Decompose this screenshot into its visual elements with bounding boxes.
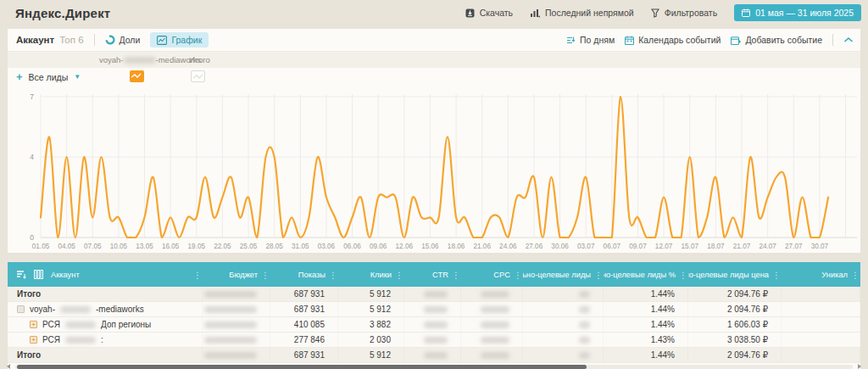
redacted-value: [579, 321, 590, 328]
redacted-value: [481, 306, 509, 313]
cell-clicks: 2 030: [338, 333, 404, 347]
cell-unique_leads_pct: 1.44%: [604, 302, 688, 316]
column-header-account[interactable]: Аккаунт⋮: [8, 262, 203, 287]
svg-text:22.05: 22.05: [214, 243, 231, 250]
redacted-value: [481, 321, 509, 328]
top-bar: Яндекс.Директ Скачать Последний непрямой…: [0, 0, 868, 27]
cell-ctr: [404, 348, 461, 362]
cell-extra: [782, 302, 860, 316]
chart-area[interactable]: 01.0504.0507.0510.0513.0516.0519.0522.05…: [8, 87, 860, 254]
column-menu-icon[interactable]: ⋮: [772, 270, 781, 279]
column-header-budget[interactable]: Бюджет⋮: [203, 262, 270, 287]
add-event-button[interactable]: Добавить событие: [731, 35, 822, 45]
cell-unique_leads_price: 2 094.76 ₽: [688, 302, 782, 316]
column-menu-icon[interactable]: ⋮: [594, 270, 603, 279]
table-row[interactable]: +РСЯДоп регионы410 0853 8821.44%1 606.03…: [8, 317, 860, 333]
funnel-icon: [651, 8, 659, 18]
collapse-chevron-up[interactable]: [843, 36, 854, 43]
cell-extra: [782, 287, 860, 301]
horizontal-scrollbar[interactable]: [7, 364, 861, 369]
column-header-extra[interactable]: Уникал⋮: [782, 262, 860, 287]
graph-tab[interactable]: График: [150, 32, 209, 48]
cell-unique_leads: [523, 302, 604, 316]
cell-unique_leads_price: 2 094.76 ₽: [688, 348, 782, 362]
expand-row-icon[interactable]: +: [30, 321, 37, 328]
redacted-value: [424, 306, 448, 313]
date-range-button[interactable]: 01 мая — 31 июля 2025: [734, 4, 861, 21]
redacted-text: [65, 321, 96, 328]
cell-extra: [782, 333, 860, 347]
column-label: Уникал: [821, 271, 848, 279]
calendar-icon: [625, 36, 634, 45]
series-line: [41, 97, 828, 238]
column-header-ctr[interactable]: CTR⋮: [404, 262, 461, 287]
column-menu-icon[interactable]: ⋮: [329, 270, 337, 279]
series-toggle-total[interactable]: [191, 70, 205, 82]
columns-icon[interactable]: [34, 270, 43, 279]
column-menu-icon[interactable]: ⋮: [679, 270, 687, 279]
table-row[interactable]: Итого687 9315 9121.44%2 094.76 ₽: [8, 287, 860, 302]
column-header-unique_leads_price[interactable]: Уникально-целевые лиды цена⋮: [688, 262, 782, 287]
cell-unique_leads_pct: 1.44%: [604, 287, 688, 301]
scroll-right-arrow[interactable]: [858, 364, 861, 369]
table-row[interactable]: Итого687 9315 9121.44%2 094.76 ₽: [8, 348, 860, 363]
cell-unique_leads: [523, 333, 604, 347]
column-header-impressions[interactable]: Показы⋮: [270, 262, 338, 287]
scrollbar-thumb[interactable]: [17, 365, 587, 369]
redacted-value: [424, 291, 448, 298]
attribution-button[interactable]: Последний непрямой: [530, 8, 634, 18]
scrollbar-track[interactable]: [15, 365, 853, 369]
divider: [94, 34, 95, 46]
sort-rows-icon[interactable]: [16, 270, 26, 279]
svg-text:15.06: 15.06: [421, 243, 439, 250]
cell-budget: [203, 348, 270, 362]
add-metric-icon[interactable]: +: [16, 71, 23, 82]
chevron-down-icon[interactable]: ▼: [74, 73, 81, 81]
redacted-text: [60, 306, 91, 313]
shares-tab[interactable]: Доли: [105, 35, 141, 45]
legend-account-column[interactable]: voyah--mediaworks: [99, 55, 201, 64]
column-label: CPC: [493, 271, 510, 279]
cell-account: +РСЯ:: [8, 333, 203, 347]
cell-budget: [203, 302, 270, 316]
column-menu-icon[interactable]: ⋮: [261, 270, 270, 279]
svg-text:28.05: 28.05: [265, 243, 283, 250]
cell-impressions: 277 846: [270, 333, 338, 347]
svg-text:31.05: 31.05: [292, 243, 309, 250]
column-menu-icon[interactable]: ⋮: [193, 270, 202, 279]
column-menu-icon[interactable]: ⋮: [452, 270, 460, 279]
cell-impressions: 687 931: [270, 287, 338, 301]
column-menu-icon[interactable]: ⋮: [514, 270, 522, 279]
filter-button[interactable]: Фильтровать: [651, 8, 717, 18]
svg-text:03.07: 03.07: [577, 243, 595, 250]
column-header-clicks[interactable]: Клики⋮: [338, 262, 404, 287]
cell-cpc: [461, 302, 523, 316]
metric-label: Все лиды: [29, 72, 69, 82]
cell-cpc: [461, 333, 523, 347]
scroll-left-arrow[interactable]: [7, 364, 10, 369]
column-label: Бюджет: [229, 271, 258, 279]
download-button[interactable]: Скачать: [465, 8, 513, 18]
cell-clicks: 3 882: [338, 317, 404, 332]
granularity-icon: [566, 36, 576, 45]
table-row[interactable]: voyah--mediaworks687 9315 9121.44%2 094.…: [8, 302, 860, 317]
by-days-button[interactable]: По дням: [566, 35, 615, 45]
row-checkbox[interactable]: [17, 305, 25, 313]
column-header-unique_leads_pct[interactable]: Уникально-целевые лиды %⋮: [604, 262, 688, 287]
series-toggle-account[interactable]: [130, 70, 144, 82]
legend-total-column[interactable]: Итого: [189, 55, 210, 64]
cell-unique_leads_price: 1 606.03 ₽: [688, 317, 782, 332]
svg-text:19.05: 19.05: [188, 243, 206, 250]
events-calendar-button[interactable]: Календарь событий: [625, 35, 721, 45]
table-row[interactable]: +РСЯ:277 8462 0301.43%3 038.50 ₽: [8, 333, 860, 348]
svg-text:0: 0: [30, 233, 34, 242]
row-label: РСЯ: [42, 320, 60, 329]
column-menu-icon[interactable]: ⋮: [851, 270, 860, 279]
column-menu-icon[interactable]: ⋮: [395, 270, 403, 279]
column-header-cpc[interactable]: CPC⋮: [461, 262, 523, 287]
cell-unique_leads_pct: 1.43%: [604, 333, 688, 347]
cell-clicks: 5 912: [338, 348, 404, 362]
cell-cpc: [461, 287, 523, 301]
column-header-unique_leads[interactable]: Уникально-целевые лиды⋮: [523, 262, 604, 287]
expand-row-icon[interactable]: +: [30, 336, 37, 344]
